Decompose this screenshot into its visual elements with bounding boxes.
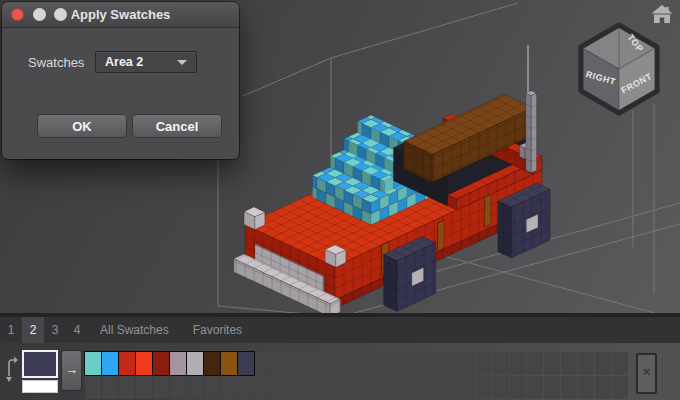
tab-favorites[interactable]: Favorites [181, 317, 254, 343]
swatch-cell[interactable] [221, 352, 237, 375]
empty-swatch-cell[interactable] [561, 376, 577, 399]
home-view-button[interactable] [651, 4, 673, 26]
swatches-label: Swatches [28, 55, 84, 70]
swatch-grid [85, 352, 629, 400]
dialog-title: Apply Swatches [2, 2, 239, 27]
swatch-cell[interactable] [102, 352, 118, 375]
empty-swatch-cell[interactable] [357, 352, 373, 375]
empty-swatch-cell[interactable] [255, 352, 271, 375]
empty-swatch-cell[interactable] [85, 376, 101, 399]
swatch-cell[interactable] [187, 352, 203, 375]
dialog-titlebar[interactable]: Apply Swatches [2, 2, 239, 28]
empty-swatch-cell[interactable] [493, 352, 509, 375]
empty-swatch-cell[interactable] [578, 376, 594, 399]
foreground-color-swatch[interactable] [22, 350, 58, 378]
empty-swatch-cell[interactable] [476, 376, 492, 399]
empty-swatch-cell[interactable] [391, 376, 407, 399]
empty-swatch-cell[interactable] [153, 376, 169, 399]
empty-swatch-cell[interactable] [374, 376, 390, 399]
swatch-cell[interactable] [119, 352, 135, 375]
empty-swatch-cell[interactable] [306, 352, 322, 375]
background-color-swatch[interactable] [22, 380, 58, 393]
chevron-down-icon [177, 60, 187, 65]
empty-swatch-cell[interactable] [340, 376, 356, 399]
empty-swatch-cell[interactable] [136, 376, 152, 399]
empty-swatch-cell[interactable] [527, 376, 543, 399]
empty-swatch-cell[interactable] [170, 376, 186, 399]
tab-3[interactable]: 3 [44, 317, 66, 343]
empty-swatch-cell[interactable] [408, 376, 424, 399]
empty-swatch-cell[interactable] [272, 376, 288, 399]
empty-swatch-cell[interactable] [221, 376, 237, 399]
empty-swatch-cell[interactable] [102, 376, 118, 399]
tab-2[interactable]: 2 [22, 317, 44, 343]
empty-swatch-cell[interactable] [425, 352, 441, 375]
home-icon [651, 4, 673, 26]
empty-swatch-cell[interactable] [374, 352, 390, 375]
empty-swatch-cell[interactable] [340, 352, 356, 375]
empty-swatch-cell[interactable] [544, 352, 560, 375]
empty-swatch-cell[interactable] [527, 352, 543, 375]
empty-swatch-cell[interactable] [306, 376, 322, 399]
dropdown-value: Area 2 [105, 52, 143, 72]
empty-swatch-cell[interactable] [357, 376, 373, 399]
cancel-button[interactable]: Cancel [132, 114, 222, 138]
empty-swatch-cell[interactable] [459, 352, 475, 375]
empty-swatch-cell[interactable] [204, 376, 220, 399]
empty-swatch-cell[interactable] [289, 352, 305, 375]
remove-swatch-button[interactable]: × [636, 353, 657, 394]
empty-swatch-cell[interactable] [442, 352, 458, 375]
empty-swatch-cell[interactable] [187, 376, 203, 399]
swatches-dropdown[interactable]: Area 2 [95, 51, 197, 73]
empty-swatch-cell[interactable] [238, 376, 254, 399]
empty-swatch-cell[interactable] [476, 352, 492, 375]
empty-swatch-cell[interactable] [408, 352, 424, 375]
empty-swatch-cell[interactable] [493, 376, 509, 399]
empty-swatch-cell[interactable] [510, 376, 526, 399]
palette-panel: → × [0, 343, 680, 400]
empty-swatch-cell[interactable] [289, 376, 305, 399]
empty-swatch-cell[interactable] [578, 352, 594, 375]
tab-1[interactable]: 1 [0, 317, 22, 343]
empty-swatch-cell[interactable] [612, 376, 628, 399]
empty-swatch-cell[interactable] [323, 376, 339, 399]
swatch-cell[interactable] [170, 352, 186, 375]
empty-swatch-cell[interactable] [595, 352, 611, 375]
apply-color-button[interactable]: → [61, 350, 82, 391]
empty-swatch-cell[interactable] [561, 352, 577, 375]
swatch-cell[interactable] [153, 352, 169, 375]
app-window: TOPRIGHTFRONT 1234All SwatchesFavorites … [0, 0, 680, 400]
empty-swatch-cell[interactable] [595, 376, 611, 399]
empty-swatch-cell[interactable] [255, 376, 271, 399]
swatch-cell[interactable] [136, 352, 152, 375]
tab-all-swatches[interactable]: All Swatches [88, 317, 181, 343]
empty-swatch-cell[interactable] [544, 376, 560, 399]
swatch-cell[interactable] [204, 352, 220, 375]
foreground-background-selector[interactable] [22, 350, 58, 393]
swatch-tab-bar: 1234All SwatchesFavorites [0, 317, 680, 343]
empty-swatch-cell[interactable] [119, 376, 135, 399]
empty-swatch-cell[interactable] [612, 352, 628, 375]
empty-swatch-cell[interactable] [391, 352, 407, 375]
ok-button[interactable]: OK [37, 114, 127, 138]
empty-swatch-cell[interactable] [510, 352, 526, 375]
swatch-cell[interactable] [85, 352, 101, 375]
tab-4[interactable]: 4 [66, 317, 88, 343]
swap-colors-icon[interactable] [5, 354, 19, 390]
empty-swatch-cell[interactable] [459, 376, 475, 399]
empty-swatch-cell[interactable] [323, 352, 339, 375]
empty-swatch-cell[interactable] [442, 376, 458, 399]
apply-swatches-dialog: Apply Swatches Swatches Area 2 OK Cancel [2, 2, 239, 159]
empty-swatch-cell[interactable] [425, 376, 441, 399]
empty-swatch-cell[interactable] [272, 352, 288, 375]
swatch-cell[interactable] [238, 352, 254, 375]
